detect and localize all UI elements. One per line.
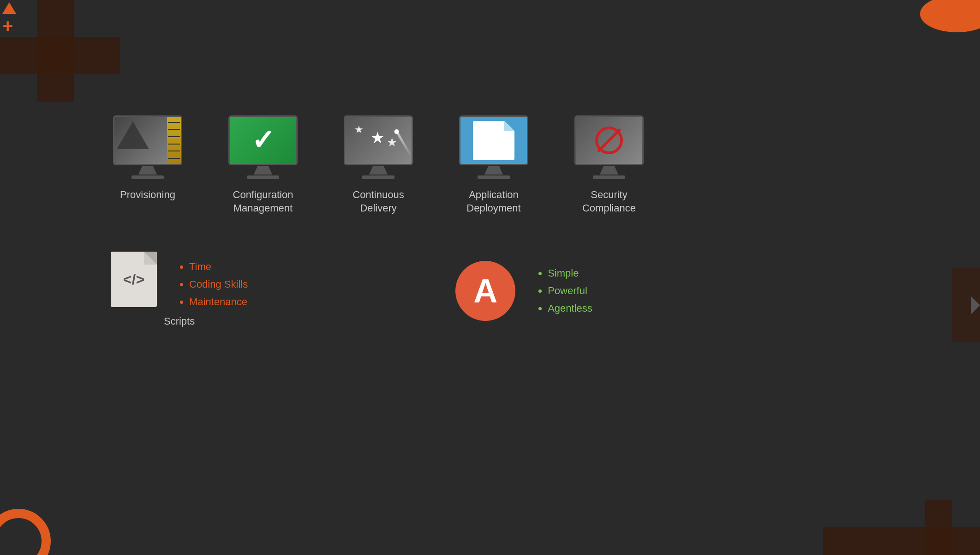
scripts-label: Scripts [164, 315, 195, 327]
application-deployment-screen [459, 115, 528, 165]
scripts-icon-wrap: </> Time Coding Skills Maintenance [111, 252, 248, 308]
monitor-base-5 [593, 175, 625, 179]
bottom-section: </> Time Coding Skills Maintenance Scrip… [111, 252, 934, 327]
scripts-file-icon: </> [111, 252, 157, 307]
scripts-bullets: Time Coding Skills Maintenance [180, 252, 248, 308]
ansible-logo: A [455, 261, 515, 321]
ansible-bullets: Simple Powerful Agentless [538, 267, 592, 314]
bottom-left-decoration [0, 495, 60, 555]
continuous-delivery-screen: ★ ★ ★ [344, 115, 413, 165]
security-compliance-monitor [574, 115, 644, 179]
monitor-stand-2 [254, 166, 272, 175]
checkmark-icon: ✓ [251, 127, 275, 154]
monitor-stand-3 [369, 166, 388, 175]
scripts-bullet-maintenance: Maintenance [189, 296, 248, 308]
ansible-bullet-powerful: Powerful [548, 285, 592, 297]
scripts-bullet-coding: Coding Skills [189, 278, 248, 290]
main-content: Provisioning ✓ Configuration Management … [111, 115, 934, 327]
ansible-logo-letter: A [473, 272, 497, 310]
icons-row: Provisioning ✓ Configuration Management … [111, 115, 934, 215]
svg-marker-2 [2, 2, 16, 14]
provisioning-triangle [117, 121, 149, 149]
monitor-base-3 [362, 175, 394, 179]
app-doc-icon [473, 121, 514, 160]
monitor-base-4 [478, 175, 510, 179]
ansible-bullet-agentless: Agentless [548, 302, 592, 314]
config-management-item: ✓ Configuration Management [226, 115, 300, 215]
star-icon-2: ★ [370, 128, 384, 147]
ansible-section: A Simple Powerful Agentless [455, 261, 592, 321]
continuous-delivery-label: Continuous Delivery [353, 188, 404, 215]
continuous-delivery-monitor: ★ ★ ★ [344, 115, 413, 179]
svg-rect-7 [925, 500, 952, 555]
config-management-monitor: ✓ [228, 115, 298, 179]
star-icon-3: ★ [387, 135, 397, 150]
config-management-screen: ✓ [228, 115, 298, 165]
svg-rect-1 [37, 0, 74, 102]
application-deployment-label: Application Deployment [466, 188, 520, 215]
security-compliance-screen [574, 115, 644, 165]
svg-text:+: + [2, 16, 13, 36]
application-deployment-monitor [459, 115, 528, 179]
svg-point-5 [0, 513, 46, 555]
config-management-label: Configuration Management [233, 188, 293, 215]
provisioning-screen [113, 115, 182, 165]
right-mid-decoration [943, 268, 980, 342]
monitor-stand-4 [484, 166, 503, 175]
star-icon-1: ★ [354, 124, 364, 136]
continuous-delivery-item: ★ ★ ★ Continuous Delivery [341, 115, 415, 215]
top-right-decoration [888, 0, 980, 46]
monitor-base-2 [247, 175, 279, 179]
top-left-decoration: + [0, 0, 120, 102]
provisioning-monitor [113, 115, 182, 179]
monitor-stand-5 [600, 166, 618, 175]
provisioning-ruler [167, 117, 181, 164]
application-deployment-item: Application Deployment [457, 115, 531, 215]
ansible-bullet-simple: Simple [548, 267, 592, 279]
monitor-stand [138, 166, 157, 175]
wand-icon [395, 131, 411, 156]
monitor-base [131, 175, 164, 179]
svg-rect-6 [823, 527, 980, 555]
app-doc-fold [504, 121, 514, 131]
security-compliance-label: Security Compliance [582, 188, 636, 215]
scripts-bullet-time: Time [189, 261, 248, 273]
scripts-section: </> Time Coding Skills Maintenance Scrip… [111, 252, 248, 327]
svg-point-4 [920, 0, 980, 32]
scripts-code-symbol: </> [123, 271, 144, 288]
provisioning-label: Provisioning [120, 188, 175, 202]
security-compliance-item: Security Compliance [572, 115, 646, 215]
provisioning-item: Provisioning [111, 115, 185, 202]
scripts-file-fold [144, 252, 157, 265]
bottom-right-decoration [823, 500, 980, 555]
no-sign-icon [595, 127, 623, 154]
